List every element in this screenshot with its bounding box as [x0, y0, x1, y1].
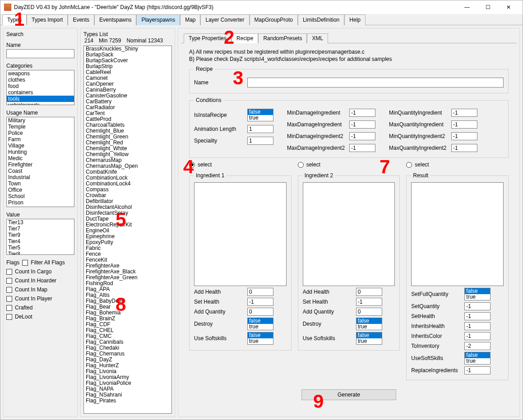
flag-checkbox[interactable] — [6, 287, 12, 293]
subtab-type-properties[interactable]: Type Properties — [184, 33, 231, 43]
ing2-legend: Ingredient 2 — [303, 172, 335, 179]
tab-eventspawns[interactable]: Eventspawns — [94, 14, 136, 25]
list-item[interactable]: Tier4 — [7, 238, 74, 245]
flag-checkbox[interactable] — [6, 296, 12, 302]
list-item[interactable]: Tier9 — [7, 232, 74, 238]
minqty2-input[interactable] — [451, 132, 477, 140]
tab-help[interactable]: Help — [344, 14, 366, 25]
ing2-sethealth-input[interactable] — [356, 298, 382, 306]
list-item[interactable]: Hunting — [7, 149, 74, 155]
flag-checkbox[interactable] — [6, 278, 12, 284]
filter-all-flags-checkbox[interactable] — [22, 260, 28, 266]
result-inhealth-input[interactable] — [464, 322, 491, 330]
result-sethealth-input[interactable] — [464, 312, 491, 320]
ing2-addhealth-input[interactable] — [356, 288, 382, 296]
flag-checkbox[interactable] — [6, 305, 12, 311]
maxqty2-input[interactable] — [451, 144, 477, 152]
select-ing2-radio[interactable] — [298, 162, 304, 168]
result-setfullqty-select[interactable]: falsetrue — [464, 288, 491, 300]
result-setqty-input[interactable] — [464, 302, 491, 310]
list-item[interactable]: Village — [7, 143, 74, 149]
list-item[interactable]: Medic — [7, 155, 74, 162]
list-item[interactable]: Tier13 — [7, 219, 74, 226]
select-ing1-radio[interactable] — [189, 162, 195, 168]
list-item[interactable]: Town — [7, 180, 74, 187]
isinsta-select[interactable]: false true — [247, 109, 273, 121]
list-item[interactable]: weapons — [7, 70, 74, 77]
recipe-name-input[interactable] — [247, 78, 504, 88]
list-item[interactable]: School — [7, 193, 74, 199]
list-item[interactable]: Tier8 — [7, 251, 74, 255]
result-usesoft-select[interactable]: falsetrue — [464, 352, 491, 365]
tab-types-import[interactable]: Types Import — [27, 14, 68, 25]
mindmg2-input[interactable] — [349, 132, 375, 140]
speciality-input[interactable] — [247, 137, 273, 145]
maxqty-input[interactable] — [451, 120, 477, 129]
list-item[interactable]: Military — [7, 117, 74, 124]
maximize-button[interactable]: ☐ — [477, 0, 498, 14]
tab-types[interactable]: Types — [2, 14, 27, 25]
list-item[interactable]: vehiclesparts — [7, 102, 74, 105]
list-item[interactable]: Coast — [7, 168, 74, 174]
types-row[interactable]: Flag_Pirates — [84, 398, 171, 404]
list-item[interactable]: Police — [7, 130, 74, 136]
value-list[interactable]: Tier13Tier7Tier9Tier4Tier5Tier8 — [6, 219, 74, 255]
flag-checkbox[interactable] — [6, 314, 12, 320]
subtab-randompresets[interactable]: RandomPresets — [258, 33, 307, 43]
list-item[interactable]: Office — [7, 187, 74, 193]
animlen-input[interactable] — [247, 125, 273, 133]
tf-true[interactable]: true — [248, 115, 273, 121]
mindmg-input[interactable] — [349, 109, 375, 117]
ing1-addqty-input[interactable] — [247, 308, 273, 316]
ing2-list[interactable] — [303, 182, 395, 286]
ing1-destroy-select[interactable]: falsetrue — [247, 318, 273, 330]
list-item[interactable]: food — [7, 83, 74, 89]
ing1-addhealth-input[interactable] — [247, 288, 273, 296]
list-item[interactable]: Lunapark — [7, 206, 74, 207]
tab-mapgroupproto[interactable]: MapGroupProto — [250, 14, 298, 25]
right-panel: Type PropertiesRecipeRandomPresetsXML A)… — [178, 28, 520, 417]
subtab-xml[interactable]: XML — [307, 33, 328, 43]
ing2-addqty-input[interactable] — [356, 308, 382, 316]
ing1-list[interactable] — [194, 182, 287, 286]
list-item[interactable]: tools — [7, 96, 74, 102]
result-toinv-label: ToInventory — [411, 343, 461, 349]
name-label: Name — [6, 42, 74, 48]
result-toinv-input[interactable] — [464, 342, 491, 350]
minqty-input[interactable] — [451, 109, 477, 117]
ing1-softskills-select[interactable]: falsetrue — [247, 332, 273, 345]
usage-list[interactable]: MilitaryTemplePoliceFarmVillageHuntingMe… — [6, 117, 74, 207]
isinsta-label: IsInstaRecipe — [194, 112, 244, 118]
tab-playerspawns[interactable]: Playerspawns — [136, 14, 180, 25]
flag-checkbox[interactable] — [6, 269, 12, 275]
result-replace-input[interactable] — [464, 366, 491, 374]
list-item[interactable]: Tier5 — [7, 245, 74, 251]
maxdmg-input[interactable] — [349, 120, 375, 129]
maxdmg2-input[interactable] — [349, 144, 375, 152]
list-item[interactable]: Prison — [7, 199, 74, 206]
ing2-destroy-select[interactable]: falsetrue — [356, 318, 382, 330]
generate-button[interactable]: Generate — [301, 389, 396, 400]
list-item[interactable]: Temple — [7, 124, 74, 130]
minimize-button[interactable]: — — [457, 0, 477, 14]
result-incolor-input[interactable] — [464, 332, 491, 340]
tab-map[interactable]: Map — [180, 14, 200, 25]
list-item[interactable]: Industrial — [7, 174, 74, 180]
types-list[interactable]: BrassKnuckles_ShinyBurlapSackBurlapSackC… — [83, 46, 172, 414]
list-item[interactable]: clothes — [7, 77, 74, 83]
list-item[interactable]: containers — [7, 89, 74, 96]
ing1-sethealth-input[interactable] — [247, 298, 273, 306]
search-name-input[interactable] — [6, 49, 74, 58]
list-item[interactable]: Firefighter — [7, 162, 74, 168]
result-list[interactable] — [411, 182, 504, 286]
categories-list[interactable]: weaponsclothesfoodcontainerstoolsvehicle… — [6, 70, 74, 105]
select-result-radio[interactable] — [406, 162, 412, 168]
tab-events[interactable]: Events — [68, 14, 94, 25]
ing2-softskills-select[interactable]: falsetrue — [356, 332, 382, 345]
close-button[interactable]: ✕ — [498, 0, 519, 14]
list-item[interactable]: Farm — [7, 136, 74, 143]
tab-layer-converter[interactable]: Layer Converter — [200, 14, 249, 25]
tab-limitsdefinition[interactable]: LimitsDefinition — [298, 14, 344, 25]
subtab-recipe[interactable]: Recipe — [231, 33, 258, 43]
list-item[interactable]: Tier7 — [7, 226, 74, 232]
